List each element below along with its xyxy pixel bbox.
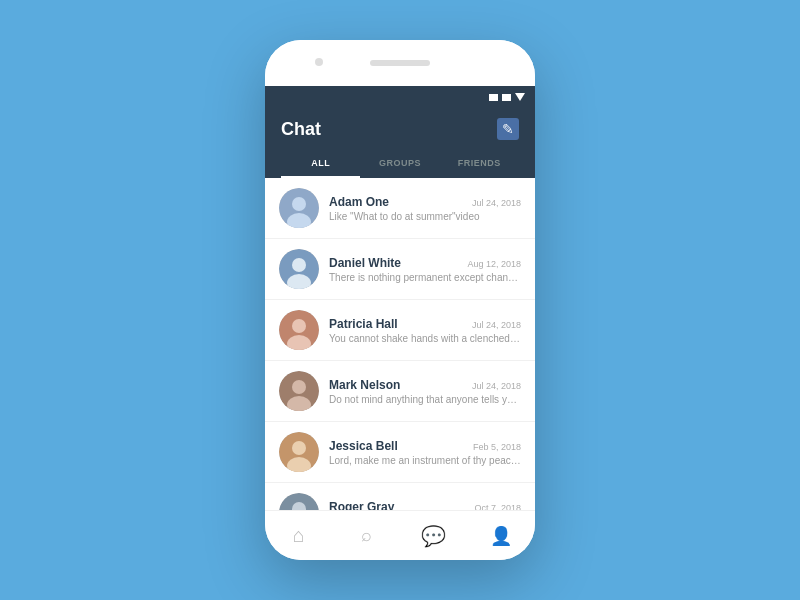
message-date: Jul 24, 2018 <box>472 320 521 330</box>
profile-icon: 👤 <box>490 525 512 547</box>
list-item[interactable]: Mark Nelson Jul 24, 2018 Do not mind any… <box>265 361 535 422</box>
contact-name: Jessica Bell <box>329 439 398 453</box>
search-icon: ⌕ <box>361 525 372 546</box>
compose-icon: ✎ <box>502 122 514 136</box>
chat-content: Roger Gray Oct 7, 2018 There is no charm… <box>329 500 521 511</box>
contact-name: Daniel White <box>329 256 401 270</box>
avatar <box>279 310 319 350</box>
svg-point-4 <box>292 258 306 272</box>
chat-content: Patricia Hall Jul 24, 2018 You cannot sh… <box>329 317 521 344</box>
contact-name: Roger Gray <box>329 500 394 511</box>
nav-home[interactable]: ⌂ <box>279 516 319 556</box>
phone-frame: Chat ✎ ALL GROUPS FRIENDS Adam One Jul 2… <box>265 40 535 560</box>
avatar <box>279 432 319 472</box>
phone-camera <box>315 58 323 66</box>
chat-icon: 💬 <box>421 524 446 548</box>
tab-all[interactable]: ALL <box>281 150 360 178</box>
signal-icon <box>489 94 498 101</box>
wifi-icon <box>502 94 511 101</box>
battery-icon <box>515 93 525 101</box>
bottom-navigation: ⌂ ⌕ 💬 👤 <box>265 510 535 560</box>
tab-groups[interactable]: GROUPS <box>360 150 439 178</box>
compose-button[interactable]: ✎ <box>497 118 519 140</box>
message-preview: You cannot shake hands with a clenched f… <box>329 333 521 344</box>
list-item[interactable]: Adam One Jul 24, 2018 Like "What to do a… <box>265 178 535 239</box>
home-icon: ⌂ <box>293 524 305 547</box>
chat-content: Mark Nelson Jul 24, 2018 Do not mind any… <box>329 378 521 405</box>
message-preview: There is nothing permanent except change… <box>329 272 521 283</box>
avatar <box>279 371 319 411</box>
avatar <box>279 249 319 289</box>
page-title: Chat <box>281 119 321 140</box>
list-item[interactable]: Patricia Hall Jul 24, 2018 You cannot sh… <box>265 300 535 361</box>
chat-content: Adam One Jul 24, 2018 Like "What to do a… <box>329 195 521 222</box>
list-item[interactable]: Jessica Bell Feb 5, 2018 Lord, make me a… <box>265 422 535 483</box>
chat-content: Jessica Bell Feb 5, 2018 Lord, make me a… <box>329 439 521 466</box>
message-date: Oct 7, 2018 <box>474 503 521 511</box>
message-date: Jul 24, 2018 <box>472 381 521 391</box>
nav-chat[interactable]: 💬 <box>414 516 454 556</box>
message-preview: Like "What to do at summer"video <box>329 211 521 222</box>
svg-point-13 <box>292 441 306 455</box>
nav-profile[interactable]: 👤 <box>481 516 521 556</box>
chat-content: Daniel White Aug 12, 2018 There is nothi… <box>329 256 521 283</box>
tab-bar: ALL GROUPS FRIENDS <box>281 150 519 178</box>
phone-speaker <box>370 60 430 66</box>
avatar <box>279 188 319 228</box>
message-date: Feb 5, 2018 <box>473 442 521 452</box>
tab-friends[interactable]: FRIENDS <box>440 150 519 178</box>
svg-point-10 <box>292 380 306 394</box>
nav-search[interactable]: ⌕ <box>346 516 386 556</box>
list-item[interactable]: Daniel White Aug 12, 2018 There is nothi… <box>265 239 535 300</box>
phone-top <box>265 40 535 86</box>
contact-name: Adam One <box>329 195 389 209</box>
message-preview: Lord, make me an instrument of thy peace… <box>329 455 521 466</box>
svg-point-7 <box>292 319 306 333</box>
avatar <box>279 493 319 510</box>
contact-name: Patricia Hall <box>329 317 398 331</box>
message-date: Aug 12, 2018 <box>467 259 521 269</box>
chat-header: Chat ✎ ALL GROUPS FRIENDS <box>265 108 535 178</box>
svg-point-1 <box>292 197 306 211</box>
list-item[interactable]: Roger Gray Oct 7, 2018 There is no charm… <box>265 483 535 510</box>
message-preview: Do not mind anything that anyone tells y… <box>329 394 521 405</box>
contact-name: Mark Nelson <box>329 378 400 392</box>
chat-list: Adam One Jul 24, 2018 Like "What to do a… <box>265 178 535 510</box>
message-date: Jul 24, 2018 <box>472 198 521 208</box>
status-bar <box>265 86 535 108</box>
